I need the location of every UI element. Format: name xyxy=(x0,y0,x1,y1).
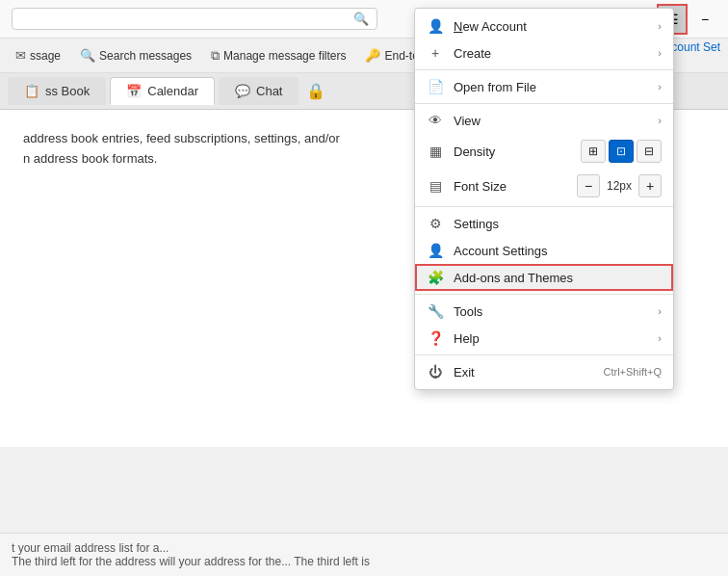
account-settings-icon: 👤 xyxy=(427,243,444,258)
font-size-icon: ▤ xyxy=(427,178,444,194)
open-file-label: Open from File xyxy=(454,80,648,94)
create-label: Create xyxy=(454,46,648,61)
density-controls: ⊞ ⊡ ⊟ xyxy=(581,140,662,163)
density-spacious-btn[interactable]: ⊟ xyxy=(637,140,662,163)
separator-2 xyxy=(415,103,673,104)
menu-item-open-file[interactable]: 📄 Open from File › xyxy=(415,73,673,100)
density-normal-btn[interactable]: ⊡ xyxy=(609,140,634,163)
new-account-arrow: › xyxy=(658,20,662,32)
fontsize-value: 12px xyxy=(604,179,635,193)
new-account-icon: 👤 xyxy=(427,18,444,34)
fontsize-decrease-btn[interactable]: − xyxy=(577,174,600,197)
view-icon: 👁 xyxy=(427,113,444,128)
menu-item-tools[interactable]: 🔧 Tools › xyxy=(415,298,673,325)
separator-5 xyxy=(415,354,673,355)
separator-3 xyxy=(415,206,673,207)
open-file-icon: 📄 xyxy=(427,79,444,94)
menu-item-addons[interactable]: 🧩 Add-ons and Themes xyxy=(415,264,673,291)
tools-arrow: › xyxy=(658,305,662,317)
create-arrow: › xyxy=(658,47,662,59)
separator-1 xyxy=(415,69,673,70)
account-settings-label: Account Settings xyxy=(454,244,662,258)
help-label: Help xyxy=(454,331,648,346)
addons-label: Add-ons and Themes xyxy=(454,271,662,285)
settings-icon: ⚙ xyxy=(427,216,444,231)
menu-item-help[interactable]: ❓ Help › xyxy=(415,325,673,352)
help-arrow: › xyxy=(658,332,662,344)
exit-label: Exit xyxy=(454,365,593,380)
exit-icon: ⏻ xyxy=(427,364,444,380)
dropdown-menu: 👤 New Account › + Create › 📄 Open from F… xyxy=(414,8,674,390)
menu-item-account-settings[interactable]: 👤 Account Settings xyxy=(415,237,673,264)
view-arrow: › xyxy=(658,115,662,126)
menu-item-create[interactable]: + Create › xyxy=(415,39,673,66)
menu-item-settings[interactable]: ⚙ Settings xyxy=(415,210,673,237)
help-icon: ❓ xyxy=(427,330,444,346)
fontsize-controls: − 12px + xyxy=(577,174,662,197)
density-compact-btn[interactable]: ⊞ xyxy=(581,140,606,163)
density-label: Density xyxy=(454,144,571,159)
open-file-arrow: › xyxy=(658,81,662,92)
dropdown-overlay: 👤 New Account › + Create › 📄 Open from F… xyxy=(0,0,728,576)
exit-shortcut: Ctrl+Shift+Q xyxy=(603,366,662,378)
menu-item-font-size[interactable]: ▤ Font Size − 12px + xyxy=(415,169,673,203)
menu-item-new-account[interactable]: 👤 New Account › xyxy=(415,13,673,39)
view-label: View xyxy=(454,114,648,128)
fontsize-increase-btn[interactable]: + xyxy=(638,174,662,197)
separator-4 xyxy=(415,294,673,295)
menu-item-density[interactable]: ▦ Density ⊞ ⊡ ⊟ xyxy=(415,134,673,169)
settings-label: Settings xyxy=(454,217,662,231)
tools-label: Tools xyxy=(454,304,648,319)
font-size-label: Font Size xyxy=(454,179,567,194)
tools-icon: 🔧 xyxy=(427,303,444,319)
new-account-label: New Account xyxy=(454,19,648,34)
menu-item-view[interactable]: 👁 View › xyxy=(415,107,673,134)
create-icon: + xyxy=(427,45,444,61)
menu-item-exit[interactable]: ⏻ Exit Ctrl+Shift+Q xyxy=(415,358,673,385)
addons-icon: 🧩 xyxy=(427,270,444,285)
density-icon: ▦ xyxy=(427,144,444,159)
